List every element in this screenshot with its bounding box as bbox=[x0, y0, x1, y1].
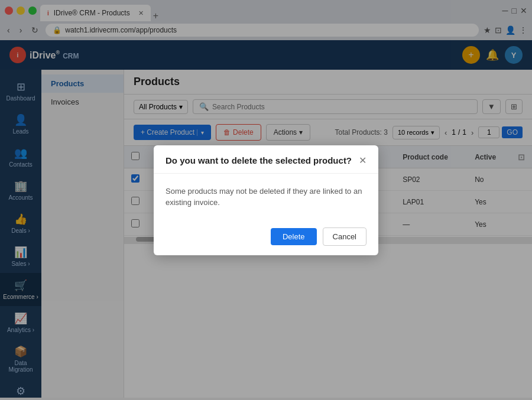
modal-footer: Delete Cancel bbox=[154, 220, 378, 255]
modal-title: Do you want to delete the selected produ… bbox=[166, 155, 352, 165]
modal-message: Some products may not be deleted if they… bbox=[166, 186, 366, 209]
modal-body: Some products may not be deleted if they… bbox=[154, 174, 378, 220]
modal-overlay: Do you want to delete the selected produ… bbox=[0, 0, 532, 400]
delete-modal: Do you want to delete the selected produ… bbox=[154, 145, 378, 255]
modal-delete-btn[interactable]: Delete bbox=[271, 228, 317, 245]
modal-cancel-btn[interactable]: Cancel bbox=[323, 227, 366, 246]
modal-close-btn[interactable]: ✕ bbox=[359, 155, 366, 166]
modal-header: Do you want to delete the selected produ… bbox=[154, 145, 378, 174]
